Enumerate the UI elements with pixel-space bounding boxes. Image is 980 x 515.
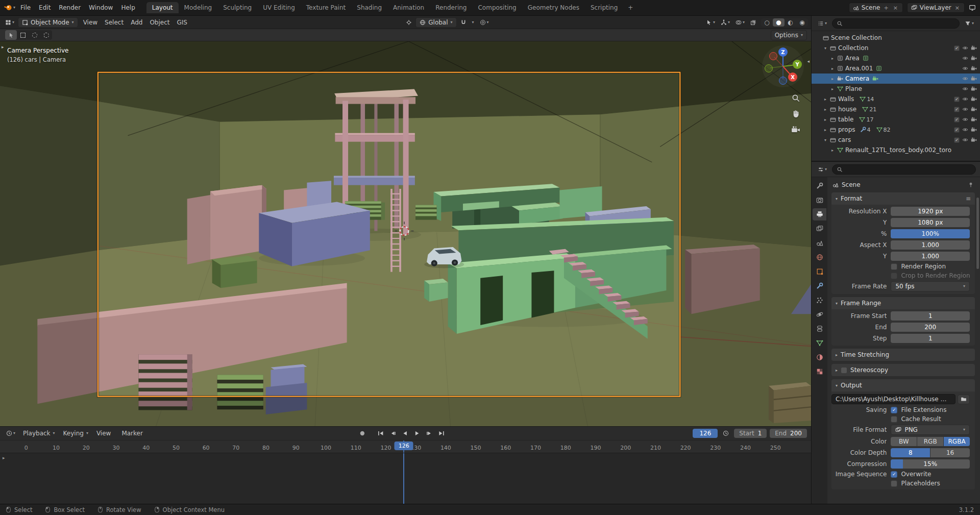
collection-checkbox[interactable]: [954, 137, 960, 143]
disable-render-camera-icon[interactable]: [971, 106, 977, 112]
axis-y-neg-handle[interactable]: [765, 65, 773, 72]
frame-start-field[interactable]: 1: [891, 311, 970, 321]
expand-caret[interactable]: ▸: [823, 117, 828, 122]
file-format-dropdown[interactable]: PNG▾: [891, 425, 970, 435]
new-scene-button[interactable]: +: [883, 5, 889, 11]
aspect-x-field[interactable]: 1.000: [891, 240, 970, 250]
axis-x-neg-handle[interactable]: [770, 53, 777, 60]
collection-checkbox[interactable]: [954, 96, 960, 102]
unlink-scene-button[interactable]: ×: [892, 5, 899, 11]
viewport-menu[interactable]: Add: [127, 18, 146, 27]
topbar-menu[interactable]: Help: [117, 3, 139, 13]
stereoscopy-section-header[interactable]: ▸Stereoscopy: [831, 364, 975, 376]
hide-eye-icon[interactable]: [962, 65, 968, 71]
current-frame-field[interactable]: 126: [693, 429, 718, 438]
channels-expand-arrow[interactable]: ▸: [3, 455, 5, 460]
outliner-row-props[interactable]: ▸ props 4 82: [812, 125, 980, 135]
tab-view-layer[interactable]: [813, 223, 826, 235]
outliner-search-input[interactable]: [832, 18, 960, 29]
outliner-row-cars[interactable]: ▾ cars: [812, 135, 980, 145]
viewlayer-selector[interactable]: ViewLayer ×: [907, 3, 965, 13]
timeline-ruler[interactable]: 0102030405060708090100110120130140150160…: [0, 440, 811, 453]
expand-caret[interactable]: ▸: [823, 128, 828, 132]
preview-range-icon[interactable]: [721, 429, 731, 437]
time-stretching-section-header[interactable]: ▸Time Stretching: [831, 349, 975, 361]
tab-object-data[interactable]: [813, 337, 826, 349]
browse-folder-icon[interactable]: [958, 395, 970, 404]
shading-material-icon[interactable]: ◐: [785, 18, 796, 27]
workspace-tab[interactable]: Scripting: [585, 2, 623, 13]
expand-caret[interactable]: ▸: [823, 107, 828, 112]
stereoscopy-checkbox[interactable]: [841, 367, 847, 374]
color-rgba-button[interactable]: RGBA: [944, 437, 970, 446]
hide-eye-icon[interactable]: [962, 127, 968, 133]
viewport-menu[interactable]: GIS: [173, 18, 190, 27]
jump-to-start-icon[interactable]: [374, 429, 386, 438]
hide-eye-icon[interactable]: [962, 45, 968, 51]
outliner-row-camera[interactable]: ▸ Camera: [812, 73, 980, 84]
crop-to-render-region-checkbox[interactable]: [891, 273, 897, 279]
placeholders-checkbox[interactable]: [891, 480, 897, 487]
filter-icon[interactable]: ▾: [963, 19, 976, 28]
prev-keyframe-icon[interactable]: [386, 429, 398, 438]
play-reverse-icon[interactable]: [399, 429, 410, 438]
disable-render-camera-icon[interactable]: [971, 86, 977, 92]
timeline-tracks[interactable]: ▸: [0, 453, 811, 504]
blender-logo-icon[interactable]: [4, 4, 12, 12]
overlays-toggle-icon[interactable]: ▾: [733, 18, 747, 27]
resolution-y-field[interactable]: 1080 px: [891, 218, 970, 227]
tab-material[interactable]: [813, 351, 826, 363]
next-keyframe-icon[interactable]: [423, 429, 435, 438]
frame-rate-dropdown[interactable]: 50 fps▾: [891, 281, 970, 291]
timeline-menu[interactable]: Marker: [117, 428, 149, 438]
disable-render-camera-icon[interactable]: [971, 137, 977, 143]
viewport-menu[interactable]: View: [80, 18, 101, 27]
timeline-editor-type-button[interactable]: ▾: [4, 429, 17, 437]
scene-selector[interactable]: Scene + ×: [849, 3, 903, 13]
outliner-row-renault[interactable]: ▸ Renault_12TL_toros_body.002_toro: [812, 145, 980, 155]
frame-step-field[interactable]: 1: [891, 334, 970, 343]
workspace-tab[interactable]: UV Editing: [257, 2, 301, 13]
expand-caret[interactable]: ▸: [830, 77, 835, 81]
aspect-y-field[interactable]: 1.000: [891, 252, 970, 261]
transform-pivot-icon[interactable]: [404, 18, 414, 27]
logo-dropdown-caret[interactable]: ▾: [13, 6, 15, 10]
scene-object-green-crate[interactable]: [212, 256, 257, 288]
disable-render-camera-icon[interactable]: [971, 96, 977, 102]
collection-checkbox[interactable]: [954, 117, 960, 122]
topbar-menu[interactable]: File: [16, 3, 35, 13]
scene-object-green-cube[interactable]: [424, 279, 448, 302]
workspace-tab[interactable]: Compositing: [472, 2, 522, 13]
outliner-row-area[interactable]: ▸ Area: [812, 53, 980, 63]
tab-physics[interactable]: [813, 308, 826, 321]
workspace-tab[interactable]: Rendering: [430, 2, 472, 13]
pin-icon[interactable]: [968, 182, 974, 188]
lasso-select-tool-icon[interactable]: [40, 30, 52, 40]
camera-view-icon[interactable]: [791, 125, 800, 134]
topbar-menu[interactable]: Edit: [35, 3, 55, 13]
cache-result-checkbox[interactable]: [891, 416, 897, 423]
axis-z-handle[interactable]: Z: [778, 47, 788, 57]
shading-rendered-icon[interactable]: ◉: [796, 18, 808, 27]
outliner-row-walls[interactable]: ▸ Walls 14: [812, 94, 980, 104]
output-path-field[interactable]: C:\Users\Ayush\Desktop\Killhouse Map\2nd…: [831, 394, 955, 404]
workspace-tab[interactable]: Layout: [146, 2, 179, 13]
playhead-badge[interactable]: 126: [395, 442, 413, 450]
workspace-tab[interactable]: Shading: [351, 2, 387, 13]
hide-eye-icon[interactable]: [962, 76, 968, 82]
tweak-tool-icon[interactable]: [5, 30, 17, 40]
depth-8-button[interactable]: 8: [891, 448, 930, 457]
color-bw-button[interactable]: BW: [891, 437, 917, 446]
expand-caret[interactable]: ▸: [830, 87, 835, 91]
selectability-visibility-icon[interactable]: ▾: [704, 18, 717, 27]
axis-x-handle[interactable]: X: [788, 72, 797, 82]
outliner-row-house[interactable]: ▸ house 21: [812, 104, 980, 114]
presets-menu-icon[interactable]: ≡: [966, 195, 971, 202]
timeline-menu[interactable]: View: [92, 428, 117, 438]
proportional-editing-icon[interactable]: ▾: [478, 18, 491, 27]
jump-to-end-icon[interactable]: [435, 429, 447, 438]
tab-modifiers[interactable]: [813, 280, 826, 292]
collection-checkbox[interactable]: [954, 107, 960, 112]
topbar-menu[interactable]: Render: [55, 3, 85, 13]
workspace-tab[interactable]: Texture Paint: [301, 2, 351, 13]
